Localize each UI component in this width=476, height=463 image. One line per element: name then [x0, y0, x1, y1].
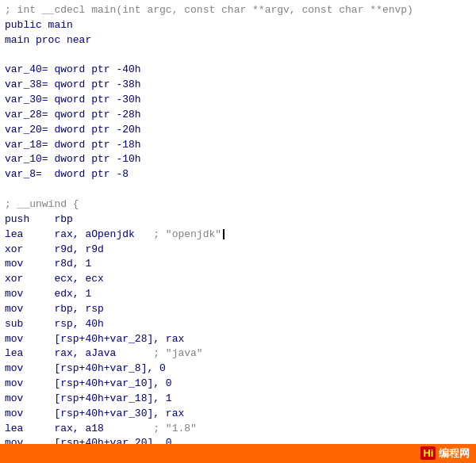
- code-text: var_10= dword ptr -10h: [5, 153, 141, 165]
- code-line: xor r9d, r9d: [5, 243, 471, 258]
- code-line: var_30= qword ptr -30h: [5, 93, 471, 108]
- logo-badge: Hi: [420, 446, 436, 460]
- code-line: mov [rsp+40h+var_18], 1: [5, 392, 471, 407]
- code-line: mov [rsp+40h+var_20], 0: [5, 436, 471, 444]
- code-line: main proc near: [5, 33, 471, 48]
- code-line: var_28= qword ptr -28h: [5, 108, 471, 123]
- code-line: [5, 182, 471, 197]
- code-text: public main: [5, 19, 73, 31]
- code-text: var_18= dword ptr -18h: [5, 139, 141, 151]
- code-text: xor ecx, ecx: [5, 273, 104, 285]
- code-text: var_20= dword ptr -20h: [5, 124, 141, 136]
- comment-text: ; int __cdecl main(int argc, const char …: [5, 4, 413, 16]
- code-line: mov [rsp+40h+var_10], 0: [5, 377, 471, 392]
- code-text: var_8= dword ptr -8: [5, 168, 129, 180]
- code-line: xor ecx, ecx: [5, 272, 471, 287]
- logo-text: 编程网: [439, 447, 470, 459]
- code-text: mov r8d, 1: [5, 258, 91, 270]
- code-line: mov edx, 1: [5, 287, 471, 302]
- code-line: public main: [5, 18, 471, 33]
- code-line: mov [rsp+40h+var_8], 0: [5, 362, 471, 377]
- footer-logo: Hi 编程网: [420, 446, 470, 461]
- code-text: var_28= qword ptr -28h: [5, 109, 141, 121]
- code-line: var_20= dword ptr -20h: [5, 123, 471, 138]
- code-text: lea rax, aOpenjdk: [5, 228, 153, 240]
- code-line: lea rax, aJava ; "java": [5, 346, 471, 362]
- code-line: ; __unwind {: [5, 197, 471, 212]
- code-text: mov edx, 1: [5, 288, 91, 300]
- code-text: mov rbp, rsp: [5, 303, 104, 315]
- comment-text: ; "java": [153, 347, 202, 359]
- code-text: push rbp: [5, 213, 73, 225]
- code-text: mov [rsp+40h+var_28], rax: [5, 333, 184, 345]
- comment-text: ; "openjdk": [153, 228, 221, 240]
- code-text: var_30= qword ptr -30h: [5, 94, 141, 105]
- code-line: ; int __cdecl main(int argc, const char …: [5, 3, 471, 18]
- code-line: lea rax, aOpenjdk ; "openjdk": [5, 228, 471, 243]
- code-text: lea rax, aJava: [5, 347, 153, 359]
- code-line: push rbp: [5, 212, 471, 228]
- code-text: mov [rsp+40h+var_18], 1: [5, 392, 172, 404]
- code-line: var_8= dword ptr -8: [5, 167, 471, 182]
- code-line: var_10= dword ptr -10h: [5, 152, 471, 167]
- comment-text: ; __unwind {: [5, 198, 79, 210]
- code-line: var_38= qword ptr -38h: [5, 78, 471, 93]
- code-text: mov [rsp+40h+var_30], rax: [5, 408, 184, 419]
- code-line: mov [rsp+40h+var_28], rax: [5, 332, 471, 347]
- comment-text: ; "1.8": [153, 423, 197, 434]
- code-container: ; int __cdecl main(int argc, const char …: [0, 0, 476, 444]
- code-text: sub rsp, 40h: [5, 318, 104, 330]
- code-text: mov [rsp+40h+var_20], 0: [5, 437, 172, 444]
- code-line: sub rsp, 40h: [5, 317, 471, 332]
- code-text: var_40= qword ptr -40h: [5, 63, 141, 75]
- code-line: var_40= qword ptr -40h: [5, 63, 471, 78]
- code-text: mov [rsp+40h+var_10], 0: [5, 377, 172, 389]
- code-line: mov [rsp+40h+var_30], rax: [5, 407, 471, 422]
- code-line: var_18= dword ptr -18h: [5, 138, 471, 153]
- code-line: mov r8d, 1: [5, 257, 471, 272]
- code-line: mov rbp, rsp: [5, 302, 471, 317]
- code-text: var_38= qword ptr -38h: [5, 78, 141, 90]
- code-line: [5, 48, 471, 63]
- code-text: main proc near: [5, 34, 91, 46]
- text-cursor: [223, 229, 225, 239]
- code-text: mov [rsp+40h+var_8], 0: [5, 362, 166, 374]
- code-line: lea rax, a18 ; "1.8": [5, 422, 471, 437]
- code-text: xor r9d, r9d: [5, 243, 104, 255]
- code-text: lea rax, a18: [5, 423, 153, 434]
- footer-bar: Hi 编程网: [0, 444, 476, 463]
